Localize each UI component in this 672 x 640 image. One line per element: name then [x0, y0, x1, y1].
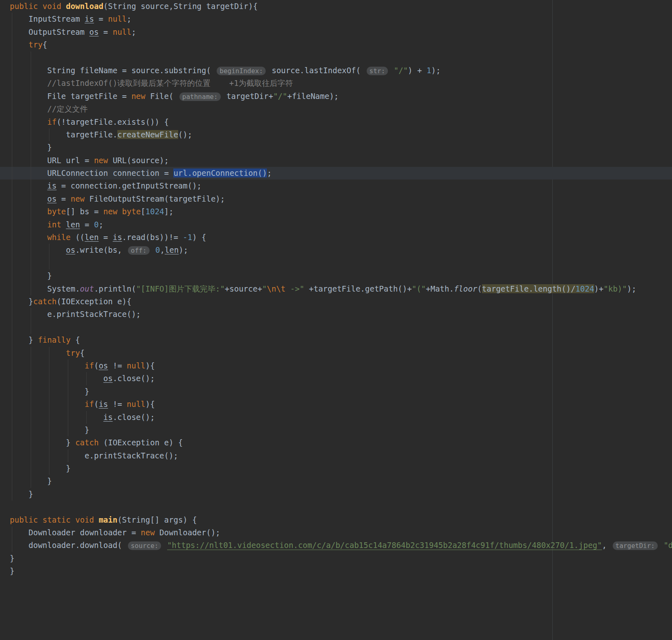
- code-token: [659, 541, 663, 550]
- indent-guide: [12, 359, 12, 372]
- code-line[interactable]: }: [0, 552, 672, 565]
- indent-guide: [12, 13, 12, 25]
- code-token: FileOutputStream(targetFile);: [85, 194, 225, 203]
- occurrence-highlight: createNewFile: [117, 130, 178, 139]
- code-token: );: [179, 245, 188, 254]
- indent-guide: [12, 436, 12, 449]
- indent-guide: [31, 269, 31, 282]
- indent-guide: [49, 359, 49, 372]
- code-token: ((: [71, 233, 85, 242]
- code-token: os: [47, 194, 57, 203]
- code-token: is: [47, 181, 57, 190]
- code-line[interactable]: [0, 257, 672, 269]
- code-line[interactable]: File targetFile = new File( pathname: ta…: [0, 90, 672, 103]
- code-line[interactable]: downloader.download( source: "https://nl…: [0, 539, 672, 552]
- code-token: is: [99, 400, 108, 409]
- code-line-current[interactable]: URLConnection connection = url.openConne…: [0, 167, 672, 180]
- code-line[interactable]: } finally {: [0, 334, 672, 346]
- code-line[interactable]: public void download(String source,Strin…: [0, 0, 672, 13]
- code-line[interactable]: os = new FileOutputStream(targetFile);: [0, 193, 672, 205]
- indent-guide: [49, 424, 49, 436]
- code-line[interactable]: while ((len = is.read(bs))!= -1) {: [0, 231, 672, 244]
- code-token: ": [262, 284, 267, 293]
- code-token: len: [165, 245, 179, 254]
- code-line[interactable]: }: [0, 565, 672, 577]
- code-token: ->": [286, 284, 305, 293]
- code-line[interactable]: }catch(IOException e){: [0, 295, 672, 308]
- code-token: "(": [412, 284, 426, 293]
- code-line[interactable]: }: [0, 488, 672, 501]
- code-line[interactable]: targetFile.createNewFile();: [0, 128, 672, 141]
- editor[interactable]: public void download(String source,Strin…: [0, 0, 672, 640]
- code-line[interactable]: is = connection.getInputStream();: [0, 180, 672, 192]
- code-token: os: [66, 245, 75, 254]
- code-line[interactable]: OutputStream os = null;: [0, 26, 672, 38]
- parameter-hint: str:: [367, 67, 388, 75]
- code-line[interactable]: }: [0, 385, 672, 398]
- code-token: [10, 220, 47, 229]
- indent-guide: [31, 167, 31, 180]
- code-line[interactable]: is.close();: [0, 411, 672, 424]
- indent-guide: [31, 321, 31, 334]
- code-line[interactable]: os.close();: [0, 372, 672, 385]
- code-token: !=: [108, 361, 127, 370]
- code-line[interactable]: [0, 501, 672, 513]
- indent-guide: [12, 385, 12, 398]
- indent-guide: [12, 334, 12, 346]
- code-token: os: [103, 374, 113, 383]
- code-line[interactable]: int len = 0;: [0, 218, 672, 231]
- code-line[interactable]: }: [0, 269, 672, 282]
- code-token: (IOException e){: [56, 297, 131, 306]
- code-token: OutputStream: [10, 27, 89, 36]
- code-token: URLConnection connection =: [10, 168, 173, 177]
- code-token: catch: [33, 297, 56, 306]
- code-line[interactable]: try{: [0, 347, 672, 359]
- code-token: new: [131, 92, 145, 101]
- code-line[interactable]: InputStream is = null;: [0, 13, 672, 25]
- code-line[interactable]: String fileName = source.substring( begi…: [0, 64, 672, 77]
- code-line[interactable]: os.write(bs, off: 0,len);: [0, 244, 672, 256]
- code-line[interactable]: byte[] bs = new byte[1024];: [0, 205, 672, 218]
- indent-guide: [31, 244, 31, 256]
- code-token: [151, 245, 155, 254]
- code-token: void: [75, 515, 94, 524]
- code-line[interactable]: } catch (IOException e) {: [0, 436, 672, 449]
- code-line[interactable]: [0, 321, 672, 334]
- code-token: ;: [267, 168, 271, 177]
- code-line[interactable]: e.printStackTrace();: [0, 449, 672, 462]
- code-token: = connection.getInputStream();: [56, 181, 202, 190]
- editor-content: public void download(String source,Strin…: [0, 0, 672, 578]
- code-token: ;: [99, 220, 103, 229]
- indent-guide: [68, 385, 68, 398]
- indent-guide: [49, 372, 49, 385]
- code-line[interactable]: URL url = new URL(source);: [0, 154, 672, 167]
- code-line[interactable]: //lastIndexOf()读取到最后某个字符的位置 +1为截取往后字符: [0, 77, 672, 90]
- code-token: [10, 233, 47, 242]
- indent-guide: [12, 103, 12, 115]
- code-line[interactable]: try{: [0, 38, 672, 51]
- code-line[interactable]: Downloader downloader = new Downloader()…: [0, 526, 672, 539]
- code-line[interactable]: e.printStackTrace();: [0, 308, 672, 321]
- code-token: }: [10, 490, 33, 499]
- url-link[interactable]: "https://nlt01.videosection.com/c/a/b/ca…: [167, 541, 602, 550]
- code-line[interactable]: }: [0, 462, 672, 475]
- code-token: }: [10, 297, 33, 306]
- code-line[interactable]: //定义文件: [0, 103, 672, 115]
- code-line[interactable]: if(os != null){: [0, 359, 672, 372]
- code-token: public: [10, 2, 38, 11]
- code-token: [38, 515, 43, 524]
- code-token: =: [80, 220, 94, 229]
- indent-guide: [12, 283, 12, 295]
- code-line[interactable]: [0, 52, 672, 64]
- code-line[interactable]: if(is != null){: [0, 398, 672, 411]
- code-line[interactable]: public static void main(String[] args) {: [0, 514, 672, 526]
- code-line[interactable]: if(!targetFile.exists()) {: [0, 116, 672, 128]
- indent-guide: [12, 64, 12, 77]
- code-line[interactable]: System.out.println("[INFO]图片下载完毕:"+sourc…: [0, 283, 672, 295]
- code-line[interactable]: }: [0, 475, 672, 487]
- code-token: null: [113, 27, 132, 36]
- code-line[interactable]: }: [0, 424, 672, 436]
- code-line[interactable]: }: [0, 141, 672, 154]
- indent-guide: [31, 283, 31, 295]
- code-token: new: [141, 528, 155, 537]
